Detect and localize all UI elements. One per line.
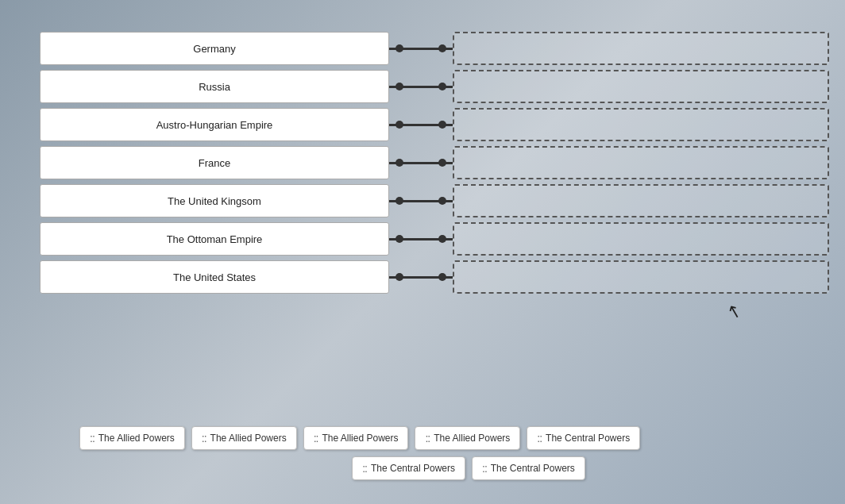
drop-box-6[interactable] (453, 260, 829, 294)
connector-line-5 (389, 238, 453, 240)
country-box-3: France (40, 146, 389, 179)
country-box-0: Germany (40, 32, 389, 65)
chip-row-2: ::The Central Powers::The Central Powers (175, 456, 762, 480)
matching-area: GermanyRussiaAustro-Hungarian EmpireFran… (40, 32, 829, 294)
chip-label: The Allied Powers (210, 433, 287, 444)
chip-row1-2[interactable]: ::The Allied Powers (303, 426, 409, 450)
drop-box-5[interactable] (453, 222, 829, 256)
country-box-6: The United States (40, 260, 389, 294)
drop-box-2[interactable] (453, 108, 829, 141)
chip-icon: :: (482, 462, 487, 475)
chip-row1-0[interactable]: ::The Allied Powers (79, 426, 185, 450)
drop-box-1[interactable] (453, 70, 829, 103)
chip-icon: :: (202, 432, 206, 444)
drop-box-3[interactable] (453, 146, 829, 179)
main-content: GermanyRussiaAustro-Hungarian EmpireFran… (40, 32, 829, 294)
connector-row-0 (389, 32, 453, 65)
connector-line-3 (389, 162, 453, 164)
chip-row1-3[interactable]: ::The Allied Powers (415, 426, 520, 450)
connector-line-2 (389, 124, 453, 126)
connector-row-1 (389, 70, 453, 103)
chip-label: The Central Powers (491, 463, 575, 474)
country-box-5: The Ottoman Empire (40, 222, 389, 256)
connector-line-0 (389, 48, 453, 50)
country-box-4: The United Kingsom (40, 184, 389, 217)
chip-label: The Allied Powers (434, 433, 510, 444)
connector-area (389, 32, 453, 294)
chip-label: The Allied Powers (322, 433, 398, 444)
chip-label: The Central Powers (371, 463, 455, 474)
chip-icon: :: (90, 432, 95, 444)
connector-row-2 (389, 108, 453, 141)
country-box-1: Russia (40, 70, 389, 103)
chip-icon: :: (537, 432, 542, 444)
connector-row-6 (389, 260, 453, 294)
chip-icon: :: (314, 432, 318, 444)
chip-icon: :: (425, 432, 430, 444)
connector-row-3 (389, 146, 453, 179)
chip-row-1: ::The Allied Powers::The Allied Powers::… (79, 426, 762, 450)
chip-row2-0[interactable]: ::The Central Powers (352, 456, 465, 480)
chip-icon: :: (362, 462, 367, 475)
chip-row1-4[interactable]: ::The Central Powers (527, 426, 640, 450)
connector-line-4 (389, 200, 453, 202)
chip-row1-1[interactable]: ::The Allied Powers (191, 426, 297, 450)
drop-box-4[interactable] (453, 184, 829, 217)
connector-line-6 (389, 276, 453, 279)
chip-label: The Allied Powers (98, 433, 175, 444)
drop-box-0[interactable] (453, 32, 829, 65)
answer-chips: ::The Allied Powers::The Allied Powers::… (79, 426, 762, 480)
chip-label: The Central Powers (546, 433, 630, 444)
country-box-2: Austro-Hungarian Empire (40, 108, 389, 141)
chip-row2-1[interactable]: ::The Central Powers (472, 456, 585, 480)
connector-row-4 (389, 184, 453, 217)
right-column (453, 32, 829, 294)
connector-line-1 (389, 86, 453, 88)
connector-row-5 (389, 222, 453, 256)
left-column: GermanyRussiaAustro-Hungarian EmpireFran… (40, 32, 389, 294)
